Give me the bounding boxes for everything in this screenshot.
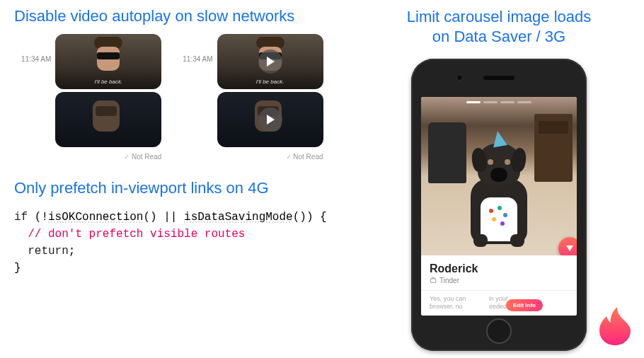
carousel-indicator	[466, 101, 531, 103]
briefcase-icon	[430, 277, 437, 284]
blurb-part: in your	[489, 295, 508, 302]
code-token: }	[14, 262, 21, 275]
chat-video-bubble	[217, 92, 323, 147]
chat-example-autoplay: 11:34 AM I'll be back. Not Read	[21, 34, 161, 161]
code-token: (!	[28, 211, 48, 224]
heading-carousel-line2: on Data Saver / 3G	[432, 28, 565, 45]
edit-info-button[interactable]: Edit Info	[506, 299, 543, 311]
code-comment: // don't prefetch visible routes	[14, 228, 245, 241]
blurb-part: Yes, you can	[430, 295, 466, 302]
chat-image-bubble	[55, 92, 161, 147]
chat-bubbles: I'll be back. Not Read	[217, 34, 323, 161]
phone-home-button[interactable]	[486, 318, 512, 344]
code-token: () ||	[143, 211, 184, 224]
slide: Disable video autoplay on slow networks …	[0, 0, 644, 358]
code-fn-isdatasavingmode: isDataSavingMode	[184, 211, 293, 224]
play-icon[interactable]	[258, 108, 282, 132]
divider	[421, 290, 577, 291]
chat-timestamp: 11:34 AM	[21, 55, 51, 63]
phone-camera	[456, 74, 463, 81]
heading-carousel-line1: Limit carousel image loads	[407, 8, 591, 25]
heading-carousel: Limit carousel image loads on Data Saver…	[407, 7, 591, 46]
code-token-return: return	[28, 245, 69, 258]
svg-rect-0	[430, 279, 436, 282]
code-snippet: if (!isOKConnection() || isDataSavingMod…	[14, 209, 368, 277]
profile-card-info: Roderick Tinder Yes, you can in your bro…	[421, 255, 577, 316]
chat-example-no-autoplay: 11:34 AM I'll be back. Not Read	[183, 34, 323, 161]
blurb-part: browser, no	[430, 303, 463, 310]
phone-screen: Roderick Tinder Yes, you can in your bro…	[421, 97, 577, 316]
code-token: ()) {	[293, 211, 327, 224]
profile-blurb: Yes, you can in your browser, no eeded.	[430, 295, 568, 311]
chat-video-bubble: I'll be back.	[217, 34, 323, 89]
code-token: ;	[69, 245, 76, 258]
tinder-flame-icon	[599, 307, 631, 345]
phone-frame: Roderick Tinder Yes, you can in your bro…	[411, 59, 587, 351]
play-icon[interactable]	[258, 50, 282, 74]
profile-name: Roderick	[430, 262, 568, 275]
code-token-if: if	[14, 211, 28, 224]
chat-examples-row: 11:34 AM I'll be back. Not Read 11:34 A	[21, 34, 368, 161]
chat-timestamp: 11:34 AM	[183, 55, 212, 63]
chat-caption: I'll be back.	[94, 79, 122, 85]
chat-caption: I'll be back.	[256, 79, 284, 85]
code-indent	[14, 245, 28, 258]
face-dark-illustration	[93, 100, 120, 132]
dog-illustration	[456, 124, 541, 244]
chat-image-bubble: I'll be back.	[55, 34, 161, 89]
face-sunglasses-illustration	[87, 37, 130, 75]
profile-meta: Tinder	[430, 277, 568, 284]
heading-autoplay: Disable video autoplay on slow networks	[14, 7, 368, 25]
right-column: Limit carousel image loads on Data Saver…	[368, 7, 630, 351]
read-status: Not Read	[55, 153, 161, 161]
read-status: Not Read	[217, 153, 323, 161]
profile-photo[interactable]	[421, 97, 577, 255]
profile-meta-text: Tinder	[439, 277, 459, 284]
heading-prefetch: Only prefetch in-viewport links on 4G	[14, 179, 368, 197]
left-column: Disable video autoplay on slow networks …	[14, 7, 368, 351]
code-fn-isokconnection: isOKConnection	[48, 211, 143, 224]
chat-bubbles: I'll be back. Not Read	[55, 34, 161, 161]
